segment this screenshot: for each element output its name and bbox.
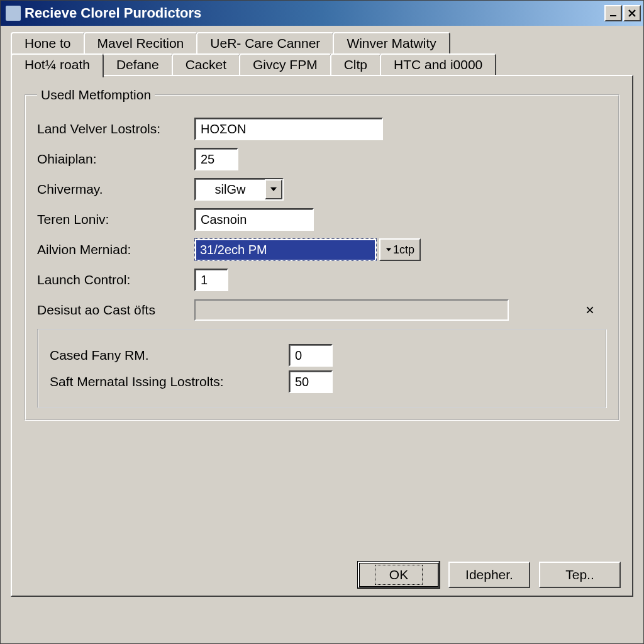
titlebar: Recieve Clorel Purodictors [1, 1, 643, 26]
tab-hot-roath[interactable]: Hot¼ roath [11, 53, 104, 77]
tab-row-lower: Hot¼ roath Defane Cacket Givcy FPM Cltp … [11, 53, 633, 76]
tab-cacket[interactable]: Cacket [172, 53, 240, 76]
input-launch-control[interactable] [194, 269, 228, 291]
tab-hone-to[interactable]: Hone to [11, 32, 85, 55]
combo-chivermay-text: silGw [196, 179, 265, 199]
tab-uer-care-canner[interactable]: UeR- Care Canner [196, 32, 334, 55]
ok-button-label: OK [375, 565, 423, 585]
combo-chivermay[interactable]: silGw [194, 178, 284, 201]
label-ohaiplan: Ohiaiplan: [37, 152, 194, 167]
minimize-button[interactable] [604, 5, 622, 21]
idepher-button[interactable]: Idepher. [448, 562, 530, 588]
tab-panel: Usedl Metfomption Land Velver Lostrols: … [11, 75, 633, 597]
input-cased-fany[interactable] [289, 344, 333, 367]
datetime-ailvion-value: 31/2ech PM [196, 240, 375, 260]
window-title: Recieve Clorel Purodictors [25, 5, 604, 21]
inner-group: Cased Fany RM. Saft Mernatal Issing Lost… [37, 329, 607, 408]
svg-rect-0 [610, 15, 616, 16]
input-land-velver[interactable] [194, 118, 383, 140]
label-teren-loniv: Teren Loniv: [37, 212, 194, 227]
dialog-window: Recieve Clorel Purodictors Hone to Mavel… [0, 0, 644, 644]
tab-winver-matwity[interactable]: Winver Matwity [333, 32, 450, 55]
tab-mavel-recition[interactable]: Mavel Recition [84, 32, 198, 55]
app-icon [6, 6, 21, 21]
tab-row-upper: Hone to Mavel Recition UeR- Care Canner … [11, 32, 633, 55]
tep-button-label: Tep.. [565, 567, 594, 582]
input-teren-loniv[interactable] [194, 208, 314, 231]
fieldset-legend: Usedl Metfomption [37, 87, 155, 103]
label-launch-control: Launch Control: [37, 272, 194, 287]
readonly-desisut-cast [194, 299, 509, 321]
close-button[interactable] [623, 5, 641, 21]
label-land-velver: Land Velver Lostrols: [37, 121, 194, 136]
label-ailvion-merniad: Ailvion Merniad: [37, 242, 194, 257]
tab-givcy-fpm[interactable]: Givcy FPM [239, 53, 331, 76]
label-chivermay: Chivermay. [37, 182, 194, 197]
input-saft-mernatal[interactable] [289, 370, 333, 393]
label-desisut-cast: Desisut ao Cast öfts [37, 303, 194, 318]
label-saft-mernatal: Saft Mernatal Issing Lostrolts: [50, 374, 289, 389]
idepher-button-label: Idepher. [465, 567, 513, 582]
input-ohaiplan[interactable] [194, 148, 238, 170]
combo-chivermay-dropdown[interactable] [265, 179, 282, 199]
tab-defane[interactable]: Defane [103, 53, 173, 76]
dialog-button-row: OK Idepher. Tep.. [358, 562, 621, 588]
clear-icon[interactable]: × [586, 301, 594, 319]
tab-htc-and-i0000[interactable]: HTC and i0000 [380, 53, 496, 76]
dialog-content: Hone to Mavel Recition UeR- Care Canner … [1, 26, 643, 602]
tab-cltp[interactable]: Cltp [330, 53, 381, 76]
datetime-ailvion-picker-button[interactable]: 1ctp [379, 238, 421, 261]
datetime-ailvion-picker-text: 1ctp [393, 243, 414, 257]
label-cased-fany: Cased Fany RM. [50, 348, 289, 363]
fieldset-usedl-metfomption: Usedl Metfomption Land Velver Lostrols: … [25, 87, 619, 421]
tep-button[interactable]: Tep.. [539, 562, 621, 588]
ok-button[interactable]: OK [358, 562, 440, 588]
datetime-ailvion[interactable]: 31/2ech PM [194, 238, 377, 261]
